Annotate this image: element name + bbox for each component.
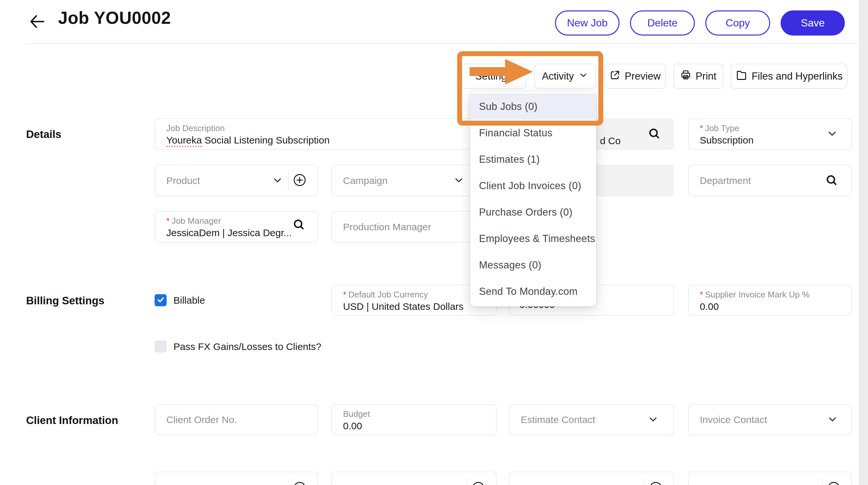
job-description-value: Youreka Social Listening Subscription bbox=[166, 135, 330, 146]
job-manager-value: JessicaDem | Jessica Degr... bbox=[166, 228, 292, 238]
job-type-field[interactable]: *Job Type Subscription bbox=[688, 118, 852, 150]
add-icon[interactable] bbox=[292, 481, 307, 485]
partial-field-2[interactable] bbox=[331, 472, 497, 485]
job-type-value: Subscription bbox=[700, 135, 753, 146]
field-divider bbox=[288, 171, 288, 190]
print-button[interactable]: Print bbox=[673, 64, 723, 89]
section-client-information: Client Information bbox=[26, 414, 118, 427]
job-manager-label: *Job Manager bbox=[166, 216, 221, 226]
chevron-down-icon bbox=[578, 70, 589, 83]
supplier-invoice-markup-value: 0.00 bbox=[700, 301, 719, 312]
back-button[interactable] bbox=[27, 12, 47, 31]
default-job-currency-value: USD | United States Dollars bbox=[343, 301, 464, 312]
job-type-label: *Job Type bbox=[700, 123, 739, 133]
menu-item-estimates[interactable]: Estimates (1) bbox=[470, 146, 596, 173]
menu-item-messages[interactable]: Messages (0) bbox=[470, 252, 596, 278]
menu-item-client-job-invoices[interactable]: Client Job Invoices (0) bbox=[470, 173, 596, 199]
partial-field-1[interactable] bbox=[155, 472, 318, 485]
job-description-field[interactable]: Job Description Youreka Social Listening… bbox=[155, 118, 497, 150]
add-icon[interactable] bbox=[649, 481, 663, 485]
header-divider bbox=[25, 43, 859, 44]
client-order-no-field[interactable]: Client Order No. bbox=[155, 404, 318, 435]
invoice-contact-field[interactable]: Invoice Contact bbox=[688, 404, 852, 435]
add-product-icon[interactable] bbox=[292, 173, 307, 188]
menu-item-purchase-orders[interactable]: Purchase Orders (0) bbox=[470, 199, 596, 225]
default-job-currency-label: *Default Job Currency bbox=[343, 290, 428, 300]
pass-fx-checkbox[interactable] bbox=[155, 340, 166, 353]
supplier-invoice-markup-field[interactable]: *Supplier Invoice Mark Up % 0.00 bbox=[688, 285, 852, 316]
search-icon[interactable] bbox=[825, 173, 838, 188]
client-field-visible-text: d Co bbox=[600, 135, 621, 147]
budget-label: Budget bbox=[343, 409, 370, 419]
save-button[interactable]: Save bbox=[781, 10, 845, 35]
estimate-contact-placeholder: Estimate Contact bbox=[521, 414, 595, 425]
campaign-placeholder: Campaign bbox=[343, 175, 388, 186]
search-icon[interactable] bbox=[647, 126, 661, 142]
menu-item-send-to-monday[interactable]: Send To Monday.com bbox=[470, 278, 596, 305]
search-icon[interactable] bbox=[292, 217, 306, 233]
job-detail-page: Job YOU0002 New Job Delete Copy Save Set… bbox=[0, 0, 868, 485]
budget-field[interactable]: Budget 0.00 bbox=[331, 404, 497, 435]
department-placeholder: Department bbox=[700, 175, 751, 186]
chevron-down-icon[interactable] bbox=[826, 127, 838, 141]
billable-label: Billable bbox=[174, 295, 205, 306]
folder-icon bbox=[736, 69, 747, 84]
delete-button[interactable]: Delete bbox=[630, 10, 695, 35]
copy-button[interactable]: Copy bbox=[705, 10, 770, 35]
invoice-contact-placeholder: Invoice Contact bbox=[700, 414, 767, 425]
printer-icon bbox=[680, 69, 691, 83]
menu-item-sub-jobs[interactable]: Sub Jobs (0) bbox=[470, 93, 596, 120]
field-divider bbox=[467, 479, 467, 485]
production-manager-placeholder: Production Manager bbox=[343, 221, 431, 233]
chevron-down-icon[interactable] bbox=[647, 413, 659, 426]
client-order-no-placeholder: Client Order No. bbox=[166, 414, 237, 425]
product-field[interactable]: Product bbox=[155, 165, 318, 196]
chevron-down-icon[interactable] bbox=[272, 174, 283, 187]
field-divider bbox=[822, 479, 823, 485]
chevron-down-icon[interactable] bbox=[827, 413, 838, 426]
billable-checkbox[interactable] bbox=[155, 294, 166, 306]
menu-item-financial-status[interactable]: Financial Status bbox=[470, 120, 596, 146]
new-job-button[interactable]: New Job bbox=[555, 10, 620, 35]
activity-button-label: Activity bbox=[542, 70, 574, 82]
supplier-invoice-markup-label: *Supplier Invoice Mark Up % bbox=[700, 290, 810, 300]
files-and-hyperlinks-button[interactable]: Files and Hyperlinks bbox=[731, 64, 847, 89]
settings-button-label: Settings bbox=[475, 70, 512, 82]
section-details: Details bbox=[26, 128, 61, 141]
check-icon bbox=[156, 296, 165, 305]
department-field[interactable]: Department bbox=[688, 165, 852, 196]
chevron-down-icon[interactable] bbox=[453, 174, 465, 187]
partial-field-4[interactable] bbox=[688, 472, 852, 485]
pass-fx-label: Pass FX Gains/Losses to Clients? bbox=[174, 341, 321, 352]
section-billing-settings: Billing Settings bbox=[26, 295, 104, 307]
partial-field-3[interactable] bbox=[509, 472, 674, 485]
product-placeholder: Product bbox=[166, 175, 200, 186]
print-button-label: Print bbox=[695, 70, 716, 82]
job-description-label: Job Description bbox=[166, 123, 225, 133]
job-manager-field[interactable]: *Job Manager JessicaDem | Jessica Degr..… bbox=[155, 211, 318, 243]
settings-button[interactable]: Settings bbox=[461, 64, 526, 89]
field-divider bbox=[644, 479, 645, 485]
files-and-hyperlinks-label: Files and Hyperlinks bbox=[752, 70, 843, 82]
external-link-icon bbox=[610, 69, 621, 83]
preview-button-label: Preview bbox=[625, 70, 661, 82]
arrow-left-icon bbox=[27, 27, 47, 32]
field-divider bbox=[288, 479, 288, 485]
add-icon[interactable] bbox=[827, 481, 841, 485]
menu-item-employees-timesheets[interactable]: Employees & Timesheets bbox=[470, 225, 596, 252]
budget-value: 0.00 bbox=[343, 420, 362, 431]
preview-button[interactable]: Preview bbox=[604, 64, 666, 89]
activity-dropdown-button[interactable]: Activity bbox=[534, 64, 596, 89]
estimate-contact-field[interactable]: Estimate Contact bbox=[509, 404, 674, 435]
scrollbar[interactable] bbox=[859, 0, 868, 485]
add-icon[interactable] bbox=[471, 481, 486, 485]
activity-menu: Sub Jobs (0) Financial Status Estimates … bbox=[470, 92, 596, 306]
page-title: Job YOU0002 bbox=[58, 8, 171, 28]
